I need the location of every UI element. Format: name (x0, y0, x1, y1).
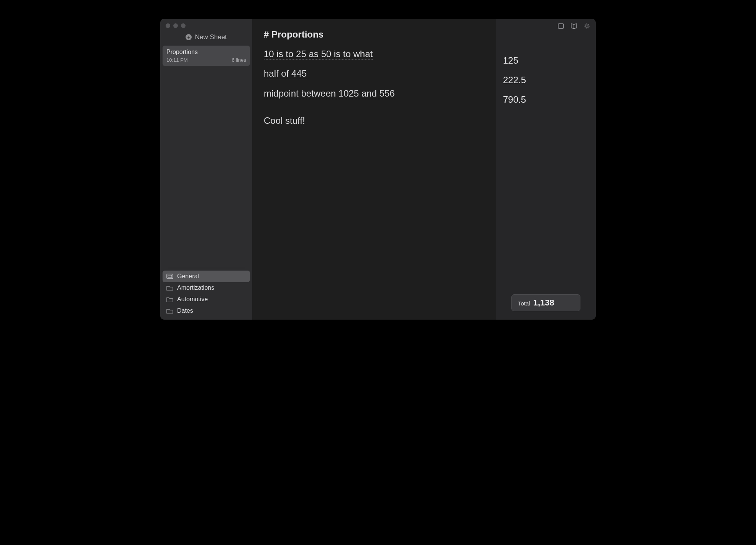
svg-rect-1 (168, 275, 172, 277)
folder-label: Dates (177, 307, 193, 314)
sheet-title: Proportions (166, 49, 246, 56)
folder-icon (166, 308, 173, 314)
expression-row[interactable]: midpoint between 1025 and 556 (264, 86, 485, 100)
total-pill[interactable]: Total 1,138 (511, 294, 580, 311)
svg-rect-2 (558, 24, 564, 28)
result-value[interactable]: 125 (503, 53, 589, 67)
expression-text: midpoint between 1025 and 556 (264, 88, 395, 99)
sidebar-divider (168, 268, 245, 268)
plus-icon: + (186, 34, 192, 40)
results-pane: 125 222.5 790.5 Total 1,138 (496, 19, 596, 320)
new-sheet-label: New Sheet (195, 33, 227, 41)
folder-label: Automotive (177, 296, 208, 303)
total-label: Total (518, 300, 530, 307)
svg-rect-0 (167, 274, 173, 279)
comment-row[interactable]: Cool stuff! (264, 113, 485, 128)
minimize-window-button[interactable] (173, 23, 178, 28)
folder-automotive[interactable]: Automotive (163, 294, 250, 305)
gear-icon[interactable] (583, 23, 590, 30)
book-icon[interactable] (570, 23, 577, 30)
close-window-button[interactable] (166, 23, 170, 28)
folder-dates[interactable]: Dates (163, 305, 250, 317)
folder-label: General (177, 273, 199, 280)
sheet-lines: 6 lines (232, 57, 246, 63)
window-controls (160, 19, 252, 30)
results-body: 125 222.5 790.5 (496, 30, 596, 112)
folder-general[interactable]: General (163, 271, 250, 282)
svg-point-3 (586, 25, 588, 27)
sheet-item-proportions[interactable]: Proportions 10:11 PM 6 lines (163, 46, 250, 66)
sheet-heading: # Proportions (264, 27, 485, 41)
results-toolbar (496, 19, 596, 30)
folder-list: General Amortizations Automotive Dates (160, 271, 252, 320)
fullscreen-window-button[interactable] (181, 23, 186, 28)
result-value[interactable]: 222.5 (503, 73, 589, 87)
result-value[interactable]: 790.5 (503, 92, 589, 107)
expression-row[interactable]: half of 445 (264, 66, 485, 80)
expression-text: 10 is to 25 as 50 is to what (264, 49, 373, 60)
sidebar: + New Sheet Proportions 10:11 PM 6 lines… (160, 19, 252, 320)
sheet-list: Proportions 10:11 PM 6 lines (160, 46, 252, 66)
folder-amortizations[interactable]: Amortizations (163, 282, 250, 294)
editor-pane[interactable]: # Proportions 10 is to 25 as 50 is to wh… (252, 19, 496, 320)
sheet-meta: 10:11 PM 6 lines (166, 57, 246, 63)
sheet-time: 10:11 PM (166, 57, 188, 63)
expression-text: half of 445 (264, 68, 307, 79)
folder-label: Amortizations (177, 284, 214, 291)
panel-toggle-icon[interactable] (557, 23, 564, 30)
new-sheet-button[interactable]: + New Sheet (160, 30, 252, 46)
expression-row[interactable]: 10 is to 25 as 50 is to what (264, 47, 485, 61)
folder-icon (166, 297, 173, 302)
total-value: 1,138 (533, 298, 554, 308)
folder-icon (166, 285, 173, 291)
stack-icon (166, 274, 173, 279)
app-window: + New Sheet Proportions 10:11 PM 6 lines… (160, 19, 596, 320)
